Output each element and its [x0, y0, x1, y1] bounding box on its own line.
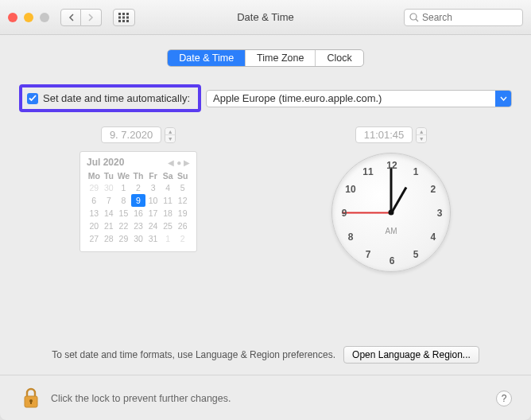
calendar-day[interactable]: 20	[87, 220, 102, 232]
tabs: Date & Time Time Zone Clock	[19, 49, 512, 67]
clock-number: 6	[390, 255, 395, 266]
clock-number: 10	[345, 184, 355, 195]
tab-clock[interactable]: Clock	[316, 50, 362, 66]
time-stepper-buttons[interactable]: ▲▼	[416, 127, 427, 143]
clock-number: 9	[342, 208, 347, 219]
calendar-dow: Mo	[87, 170, 102, 181]
calendar-day[interactable]: 6	[87, 194, 102, 207]
calendar-day[interactable]: 18	[161, 207, 176, 220]
tab-time-zone[interactable]: Time Zone	[246, 50, 316, 66]
lock-icon[interactable]	[19, 385, 43, 412]
minute-hand	[390, 168, 393, 214]
calendar-day[interactable]: 31	[145, 232, 161, 245]
formats-hint: To set date and time formats, use Langua…	[52, 349, 335, 360]
clock-number: 5	[413, 249, 419, 260]
calendar-day[interactable]: 17	[145, 207, 161, 220]
calendar-dow: Fr	[145, 170, 161, 181]
clock-number: 4	[431, 231, 436, 243]
time-field[interactable]: 11:01:45	[355, 126, 413, 143]
calendar-day[interactable]: 26	[175, 220, 190, 232]
calendar-nav[interactable]: ◀ ● ▶	[168, 158, 190, 167]
auto-row: Set date and time automatically: Apple E…	[19, 84, 512, 112]
zoom-button[interactable]	[40, 13, 49, 22]
search-icon	[409, 13, 419, 22]
calendar-day[interactable]: 10	[145, 194, 161, 207]
date-stepper[interactable]: 9. 7.2020 ▲▼	[101, 126, 176, 143]
calendar-day[interactable]: 21	[102, 220, 117, 232]
calendar-day[interactable]: 2	[131, 181, 146, 194]
search-input[interactable]	[422, 12, 531, 23]
auto-highlight: Set date and time automatically:	[19, 84, 201, 112]
nav-buttons	[60, 9, 102, 26]
clock-number: 2	[431, 184, 436, 195]
close-button[interactable]	[8, 13, 17, 22]
search-field[interactable]	[404, 9, 523, 26]
calendar-day[interactable]: 16	[131, 207, 146, 220]
calendar-day[interactable]: 23	[131, 220, 146, 232]
ampm-label: AM	[386, 227, 397, 235]
formats-row: To set date and time formats, use Langua…	[19, 330, 512, 364]
svg-rect-5	[126, 16, 129, 18]
calendar-day[interactable]: 30	[131, 232, 146, 245]
svg-rect-0	[118, 13, 121, 15]
calendar-day[interactable]: 4	[161, 181, 176, 194]
calendar-day[interactable]: 29	[116, 232, 131, 245]
time-server-value: Apple Europe (time.euro.apple.com.)	[207, 92, 495, 104]
show-all-button[interactable]	[113, 9, 135, 26]
calendar-day[interactable]: 27	[87, 232, 102, 245]
tab-date-time[interactable]: Date & Time	[168, 50, 246, 66]
svg-rect-4	[122, 16, 125, 18]
calendar-day-other[interactable]: 29	[87, 181, 102, 194]
calendar-day[interactable]: 5	[175, 181, 190, 194]
date-stepper-buttons[interactable]: ▲▼	[165, 127, 176, 143]
calendar-day-other[interactable]: 2	[175, 232, 190, 245]
calendar-day-other[interactable]: 30	[102, 181, 117, 194]
svg-rect-2	[126, 13, 129, 15]
forward-button[interactable]	[81, 9, 102, 26]
calendar-day[interactable]: 19	[175, 207, 190, 220]
clock-number: 1	[413, 166, 419, 177]
calendar[interactable]: Jul 2020 ◀ ● ▶ MoTuWeThFrSaSu29301234567…	[79, 151, 197, 252]
clock-number: 7	[366, 249, 371, 260]
calendar-grid: MoTuWeThFrSaSu29301234567891011121314151…	[87, 170, 190, 245]
calendar-day[interactable]: 8	[116, 194, 131, 207]
auto-checkbox[interactable]	[27, 93, 38, 104]
svg-line-10	[416, 19, 418, 21]
svg-rect-13	[30, 401, 32, 404]
open-language-region-button[interactable]: Open Language & Region...	[343, 346, 479, 364]
calendar-dow: Tu	[102, 170, 117, 181]
calendar-day[interactable]: 13	[87, 207, 102, 220]
calendar-day[interactable]: 15	[116, 207, 131, 220]
time-stepper[interactable]: 11:01:45 ▲▼	[355, 126, 428, 143]
svg-rect-1	[122, 13, 125, 15]
calendar-day[interactable]: 12	[175, 194, 190, 207]
help-button[interactable]: ?	[496, 391, 512, 406]
prefs-window: Date & Time Date & Time Time Zone Clock …	[0, 0, 531, 420]
calendar-day[interactable]: 25	[161, 220, 176, 232]
clock-number: 3	[437, 208, 443, 219]
calendar-day[interactable]: 11	[161, 194, 176, 207]
calendar-day[interactable]: 14	[102, 207, 117, 220]
back-button[interactable]	[60, 9, 81, 26]
clock-pivot	[389, 210, 394, 216]
chevron-down-icon	[495, 91, 511, 107]
clock-number: 12	[386, 160, 397, 171]
panels: 9. 7.2020 ▲▼ Jul 2020 ◀ ● ▶ MoTuWeThFrSa…	[19, 126, 512, 272]
date-column: 9. 7.2020 ▲▼ Jul 2020 ◀ ● ▶ MoTuWeThFrSa…	[19, 126, 258, 272]
calendar-day[interactable]: 1	[116, 181, 131, 194]
svg-rect-8	[126, 20, 129, 22]
date-field[interactable]: 9. 7.2020	[101, 126, 161, 143]
calendar-day[interactable]: 22	[116, 220, 131, 232]
calendar-day[interactable]: 3	[145, 181, 161, 194]
calendar-day[interactable]: 24	[145, 220, 161, 232]
svg-rect-7	[122, 20, 125, 22]
calendar-day[interactable]: 28	[102, 232, 117, 245]
calendar-day[interactable]: 7	[102, 194, 117, 207]
calendar-day-other[interactable]: 1	[161, 232, 176, 245]
second-hand	[342, 212, 391, 214]
minimize-button[interactable]	[24, 13, 33, 22]
time-server-dropdown[interactable]: Apple Europe (time.euro.apple.com.)	[206, 90, 512, 107]
calendar-day[interactable]: 9	[131, 194, 146, 207]
calendar-dow: Th	[131, 170, 146, 181]
lock-text: Click the lock to prevent further change…	[51, 393, 231, 404]
